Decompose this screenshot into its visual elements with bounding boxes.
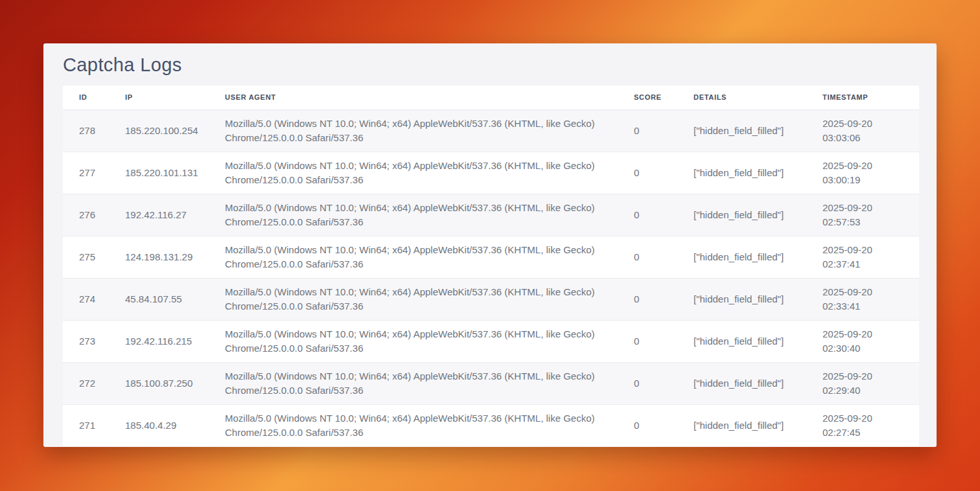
table-row: 272185.100.87.250Mozilla/5.0 (Windows NT… [63,362,919,404]
cell-ip: 185.220.100.254 [125,109,225,152]
cell-details: ["hidden_field_filled"] [694,109,822,152]
column-header-id: ID [63,86,125,109]
captcha-logs-card: Captcha Logs ID IP USER AGENT SCORE DETA… [43,43,937,447]
cell-user-agent: Mozilla/5.0 (Windows NT 10.0; Win64; x64… [225,109,634,152]
cell-score: 0 [634,109,694,152]
cell-score: 0 [634,404,694,446]
cell-score: 0 [634,236,694,278]
cell-details: ["hidden_field_filled"] [694,362,822,404]
cell-details: ["hidden_field_filled"] [694,236,822,278]
cell-timestamp: 2025-09-20 02:30:40 [822,320,919,362]
cell-user-agent: Mozilla/5.0 (Windows NT 10.0; Win64; x64… [225,362,634,404]
column-header-score: SCORE [634,86,694,109]
cell-details: ["hidden_field_filled"] [694,194,822,236]
cell-timestamp: 2025-09-20 03:03:06 [822,109,919,152]
cell-id: 278 [63,109,125,152]
cell-user-agent: Mozilla/5.0 (Windows NT 10.0; Win64; x64… [225,236,634,278]
cell-timestamp: 2025-09-20 02:33:41 [822,278,919,320]
table-row: 275124.198.131.29Mozilla/5.0 (Windows NT… [63,236,919,278]
captcha-logs-table-container: ID IP USER AGENT SCORE DETAILS TIMESTAMP… [63,86,919,446]
table-row: 276192.42.116.27Mozilla/5.0 (Windows NT … [63,194,919,236]
cell-details: ["hidden_field_filled"] [694,278,822,320]
cell-details: ["hidden_field_filled"] [694,320,822,362]
cell-score: 0 [634,194,694,236]
cell-id: 275 [63,236,125,278]
table-header-row: ID IP USER AGENT SCORE DETAILS TIMESTAMP [63,86,919,109]
cell-user-agent: Mozilla/5.0 (Windows NT 10.0; Win64; x64… [225,278,634,320]
cell-ip: 192.42.116.215 [125,320,225,362]
cell-score: 0 [634,278,694,320]
cell-id: 271 [63,404,125,446]
page-title: Captcha Logs [63,54,917,75]
column-header-user-agent: USER AGENT [225,86,634,109]
cell-ip: 192.42.116.27 [125,194,225,236]
table-row: 27445.84.107.55Mozilla/5.0 (Windows NT 1… [63,278,919,320]
cell-timestamp: 2025-09-20 02:29:40 [822,362,919,404]
cell-ip: 45.84.107.55 [125,278,225,320]
cell-id: 277 [63,152,125,194]
table-row: 278185.220.100.254Mozilla/5.0 (Windows N… [63,109,919,152]
cell-ip: 185.100.87.250 [125,362,225,404]
column-header-ip: IP [125,86,225,109]
table-body: 278185.220.100.254Mozilla/5.0 (Windows N… [63,109,919,446]
column-header-details: DETAILS [694,86,822,109]
cell-score: 0 [634,320,694,362]
cell-score: 0 [634,362,694,404]
captcha-logs-table: ID IP USER AGENT SCORE DETAILS TIMESTAMP… [63,86,919,446]
column-header-timestamp: TIMESTAMP [822,86,919,109]
cell-timestamp: 2025-09-20 02:27:45 [822,404,919,446]
cell-ip: 185.40.4.29 [125,404,225,446]
cell-ip: 124.198.131.29 [125,236,225,278]
cell-id: 273 [63,320,125,362]
cell-id: 276 [63,194,125,236]
cell-score: 0 [634,152,694,194]
cell-timestamp: 2025-09-20 02:37:41 [822,236,919,278]
cell-id: 274 [63,278,125,320]
cell-user-agent: Mozilla/5.0 (Windows NT 10.0; Win64; x64… [225,152,634,194]
cell-details: ["hidden_field_filled"] [694,152,822,194]
cell-timestamp: 2025-09-20 03:00:19 [822,152,919,194]
cell-ip: 185.220.101.131 [125,152,225,194]
table-row: 273192.42.116.215Mozilla/5.0 (Windows NT… [63,320,919,362]
cell-timestamp: 2025-09-20 02:57:53 [822,194,919,236]
cell-user-agent: Mozilla/5.0 (Windows NT 10.0; Win64; x64… [225,320,634,362]
table-row: 271185.40.4.29Mozilla/5.0 (Windows NT 10… [63,404,919,446]
cell-user-agent: Mozilla/5.0 (Windows NT 10.0; Win64; x64… [225,404,634,446]
cell-user-agent: Mozilla/5.0 (Windows NT 10.0; Win64; x64… [225,194,634,236]
table-row: 277185.220.101.131Mozilla/5.0 (Windows N… [63,152,919,194]
cell-id: 272 [63,362,125,404]
cell-details: ["hidden_field_filled"] [694,404,822,446]
